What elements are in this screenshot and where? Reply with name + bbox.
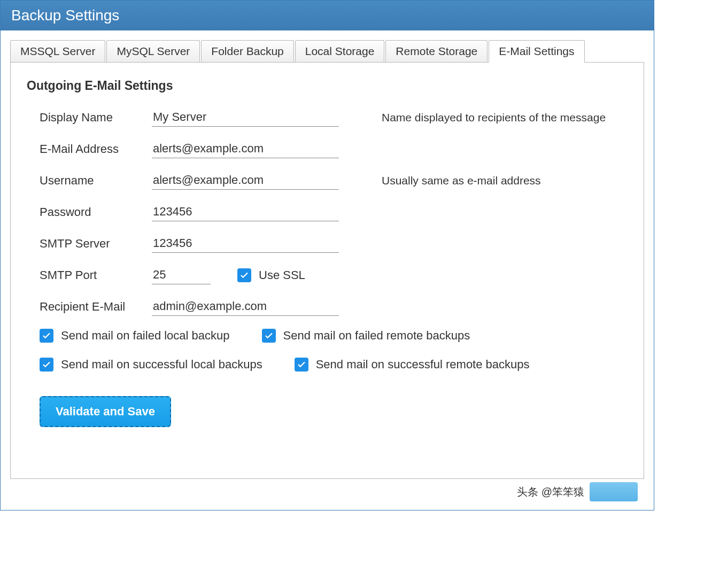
label-display-name: Display Name: [40, 111, 152, 125]
label-smtp-server: SMTP Server: [40, 237, 152, 251]
row-display-name: Display Name Name displayed to recipient…: [27, 108, 628, 127]
validate-and-save-button[interactable]: Validate and Save: [40, 396, 171, 427]
row-smtp-port: SMTP Port Use SSL: [27, 266, 628, 284]
input-email[interactable]: [152, 140, 339, 158]
notify-row-2: Send mail on successful local backups Se…: [40, 358, 628, 372]
input-display-name[interactable]: [152, 108, 339, 127]
checkbox-success-local[interactable]: [40, 358, 53, 372]
tab-strip: MSSQL Server MySQL Server Folder Backup …: [10, 40, 644, 63]
tab-label: Local Storage: [305, 45, 375, 57]
backup-settings-window: Backup Settings MSSQL Server MySQL Serve…: [0, 0, 654, 510]
label-email: E-Mail Address: [40, 142, 152, 156]
input-username[interactable]: [152, 171, 339, 190]
checkbox-failed-remote[interactable]: [262, 329, 276, 343]
check-icon: [42, 360, 51, 369]
tab-local-storage[interactable]: Local Storage: [295, 40, 385, 63]
input-smtp-server[interactable]: [152, 234, 339, 253]
email-settings-panel: Outgoing E-Mail Settings Display Name Na…: [10, 62, 644, 479]
input-smtp-port[interactable]: [152, 266, 211, 284]
tab-email-settings[interactable]: E-Mail Settings: [489, 40, 584, 63]
row-smtp-server: SMTP Server: [27, 234, 628, 253]
label-failed-remote: Send mail on failed remote backups: [283, 329, 470, 343]
notification-options: Send mail on failed local backup Send ma…: [27, 329, 628, 372]
option-failed-local: Send mail on failed local backup: [40, 329, 230, 343]
label-password: Password: [40, 205, 152, 219]
label-username: Username: [40, 174, 152, 188]
checkbox-use-ssl[interactable]: [237, 268, 251, 282]
option-failed-remote: Send mail on failed remote backups: [262, 329, 470, 343]
option-success-local: Send mail on successful local backups: [40, 358, 262, 372]
label-failed-local: Send mail on failed local backup: [61, 329, 230, 343]
tab-label: MySQL Server: [117, 45, 190, 57]
checkbox-success-remote[interactable]: [295, 358, 308, 372]
input-password[interactable]: [152, 203, 339, 221]
input-recipient[interactable]: [152, 297, 339, 316]
tab-label: MSSQL Server: [20, 45, 95, 57]
window-content: MSSQL Server MySQL Server Folder Backup …: [1, 30, 654, 510]
ssl-option: Use SSL: [237, 268, 305, 282]
hint-display-name: Name displayed to recipients of the mess…: [382, 111, 628, 124]
tab-mysql-server[interactable]: MySQL Server: [106, 40, 200, 63]
tab-label: E-Mail Settings: [499, 45, 574, 57]
row-password: Password: [27, 203, 628, 221]
tab-label: Remote Storage: [396, 45, 477, 57]
watermark-text: 头条 @笨笨猿: [517, 485, 584, 499]
label-smtp-port: SMTP Port: [40, 268, 152, 282]
notify-row-1: Send mail on failed local backup Send ma…: [40, 329, 628, 343]
label-use-ssl: Use SSL: [259, 268, 305, 282]
watermark-pill: [590, 482, 638, 501]
check-icon: [42, 331, 51, 341]
row-recipient: Recipient E-Mail: [27, 297, 628, 316]
label-success-remote: Send mail on successful remote backups: [316, 358, 530, 372]
save-button-label: Validate and Save: [56, 405, 155, 418]
window-titlebar: Backup Settings: [1, 1, 654, 30]
label-recipient: Recipient E-Mail: [40, 300, 152, 314]
tab-folder-backup[interactable]: Folder Backup: [201, 40, 293, 63]
tab-label: Folder Backup: [211, 45, 283, 57]
row-email: E-Mail Address: [27, 140, 628, 158]
checkbox-failed-local[interactable]: [40, 329, 53, 343]
row-username: Username Usually same as e-mail address: [27, 171, 628, 190]
label-success-local: Send mail on successful local backups: [61, 358, 262, 372]
watermark-bar: 头条 @笨笨猿: [10, 479, 644, 505]
check-icon: [264, 331, 274, 341]
check-icon: [239, 270, 249, 280]
section-heading: Outgoing E-Mail Settings: [27, 79, 628, 93]
option-success-remote: Send mail on successful remote backups: [295, 358, 530, 372]
tab-mssql-server[interactable]: MSSQL Server: [10, 40, 105, 63]
tab-remote-storage[interactable]: Remote Storage: [385, 40, 488, 63]
check-icon: [297, 360, 306, 369]
window-title: Backup Settings: [11, 7, 119, 24]
hint-username: Usually same as e-mail address: [382, 174, 628, 187]
